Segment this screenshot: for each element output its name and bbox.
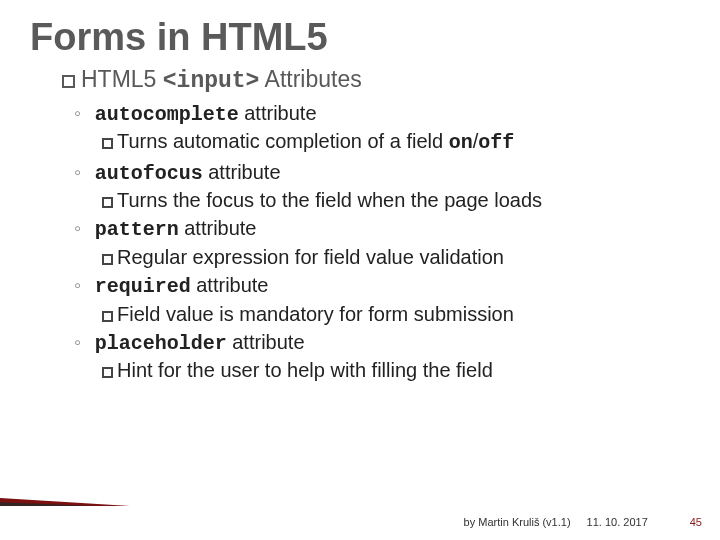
square-bullet-icon (102, 311, 113, 322)
attr-code: placeholder (95, 332, 227, 355)
list-item: required attribute (76, 272, 690, 300)
attr-label-suffix: attribute (239, 102, 317, 124)
footer-page-number: 45 (690, 516, 702, 528)
list-item: placeholder attribute (76, 329, 690, 357)
attr-desc-code: off (478, 131, 514, 154)
list-item: autofocus attribute (76, 159, 690, 187)
attr-code: autocomplete (95, 103, 239, 126)
square-bullet-icon (62, 75, 75, 88)
attr-code: required (95, 275, 191, 298)
attr-desc-code: on (449, 131, 473, 154)
slide: Forms in HTML5 HTML5 <input> Attributes … (0, 0, 720, 540)
list-subitem: Turns the focus to the field when the pa… (102, 187, 690, 213)
subtitle-prefix: HTML5 (81, 66, 163, 92)
decor-triangle-icon (0, 501, 120, 506)
list-subitem: Regular expression for field value valid… (102, 244, 690, 270)
slide-subtitle: HTML5 <input> Attributes (62, 66, 690, 94)
attr-label-suffix: attribute (179, 217, 257, 239)
footer-date: 11. 10. 2017 (587, 516, 648, 528)
square-bullet-icon (102, 367, 113, 378)
attr-desc: Turns the focus to the field when the pa… (117, 189, 542, 211)
list-subitem: Field value is mandatory for form submis… (102, 301, 690, 327)
slide-title: Forms in HTML5 (30, 18, 690, 58)
subtitle-suffix: Attributes (259, 66, 361, 92)
list-subitem: Hint for the user to help with filling t… (102, 357, 690, 383)
attr-desc: Turns automatic completion of a field (117, 130, 449, 152)
square-bullet-icon (102, 138, 113, 149)
attr-desc: Hint for the user to help with filling t… (117, 359, 493, 381)
list-item: pattern attribute (76, 215, 690, 243)
attr-code: pattern (95, 218, 179, 241)
list-item: autocomplete attribute (76, 100, 690, 128)
slide-footer: by Martin Kruliš (v1.1) 11. 10. 2017 45 (0, 516, 720, 528)
subtitle-code: <input> (163, 68, 260, 94)
attr-label-suffix: attribute (227, 331, 305, 353)
list-subitem: Turns automatic completion of a field on… (102, 128, 690, 156)
footer-author: by Martin Kruliš (v1.1) (464, 516, 571, 528)
square-bullet-icon (102, 254, 113, 265)
attr-desc: Field value is mandatory for form submis… (117, 303, 514, 325)
square-bullet-icon (102, 197, 113, 208)
attributes-list: autocomplete attribute Turns automatic c… (76, 100, 690, 384)
slide-decor (0, 468, 130, 506)
attr-label-suffix: attribute (203, 161, 281, 183)
attr-label-suffix: attribute (191, 274, 269, 296)
attr-code: autofocus (95, 162, 203, 185)
attr-desc: Regular expression for field value valid… (117, 246, 504, 268)
